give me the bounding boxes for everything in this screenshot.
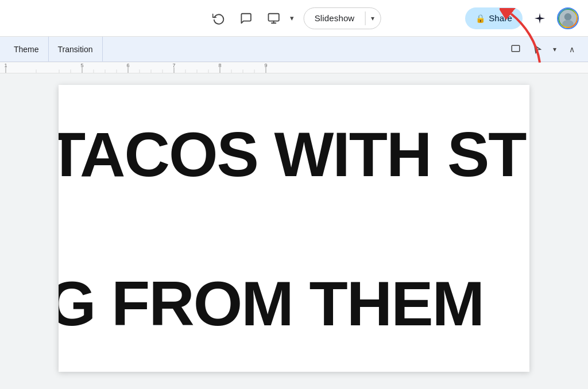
svg-text:5: 5 (80, 63, 83, 68)
cursor-icon[interactable] (528, 40, 547, 59)
toolbar-center-group: ▾ Slideshow ▾ (207, 7, 381, 30)
slide-text-line2: G FROM THEM (59, 269, 483, 338)
crop-icon (510, 44, 521, 55)
svg-text:6: 6 (126, 63, 129, 68)
slideshow-main-button[interactable]: Slideshow (304, 8, 365, 29)
svg-text:8: 8 (218, 63, 221, 68)
svg-rect-8 (512, 45, 520, 52)
user-avatar[interactable] (557, 7, 579, 29)
tabs-group: Theme Transition (5, 37, 103, 61)
theme-tab[interactable]: Theme (5, 37, 49, 61)
toolbar-right-group: 🔒 Share (465, 7, 579, 30)
svg-point-4 (564, 13, 572, 21)
history-icon (212, 12, 225, 25)
slideshow-button-wrapper: Slideshow ▾ (304, 7, 381, 29)
svg-rect-9 (0, 62, 588, 73)
present-icon (268, 12, 280, 25)
sparkle-icon (533, 12, 546, 25)
comments-icon (240, 12, 253, 25)
ruler-svg: 5 6 7 8 9 1 (0, 62, 588, 73)
svg-text:9: 9 (264, 63, 267, 68)
chevron-up-icon: ∧ (569, 45, 575, 54)
cursor-dropdown-arrow-icon: ▾ (553, 45, 556, 53)
avatar-image (558, 9, 578, 28)
secondary-toolbar: Theme Transition ▾ ∧ (0, 37, 588, 62)
slide-text-line1: TACOS WITH STEAM (59, 119, 529, 189)
slideshow-dropdown-button[interactable]: ▾ (365, 8, 380, 29)
share-button[interactable]: 🔒 Share (465, 7, 523, 29)
gemini-button[interactable] (528, 7, 551, 30)
avatar-photo (558, 7, 578, 29)
slide-area: TACOS WITH STEAM G FROM THEM (0, 73, 588, 389)
svg-text:7: 7 (172, 63, 175, 68)
svg-rect-0 (268, 13, 278, 21)
comments-button[interactable] (235, 7, 258, 30)
lock-icon: 🔒 (475, 14, 485, 23)
share-label: Share (489, 13, 512, 23)
present-dropdown-button[interactable]: ▾ (285, 7, 299, 30)
transition-tab[interactable]: Transition (49, 37, 103, 61)
present-group: ▾ (262, 7, 299, 30)
slideshow-arrow-icon: ▾ (371, 14, 374, 22)
present-button[interactable] (262, 7, 285, 30)
secondary-toolbar-right: ▾ ∧ (506, 40, 581, 59)
svg-text:1: 1 (4, 63, 7, 68)
history-button[interactable] (207, 7, 230, 30)
ruler: 5 6 7 8 9 1 (0, 62, 588, 73)
cursor-dropdown-button[interactable]: ▾ (550, 40, 559, 59)
cursor-arrow-icon (532, 44, 543, 55)
collapse-toolbar-button[interactable]: ∧ (563, 40, 581, 59)
slide-canvas[interactable]: TACOS WITH STEAM G FROM THEM (59, 85, 529, 372)
screen-icon[interactable] (506, 40, 525, 59)
dropdown-chevron-icon: ▾ (290, 14, 294, 22)
main-toolbar: ▾ Slideshow ▾ 🔒 Share (0, 0, 588, 37)
